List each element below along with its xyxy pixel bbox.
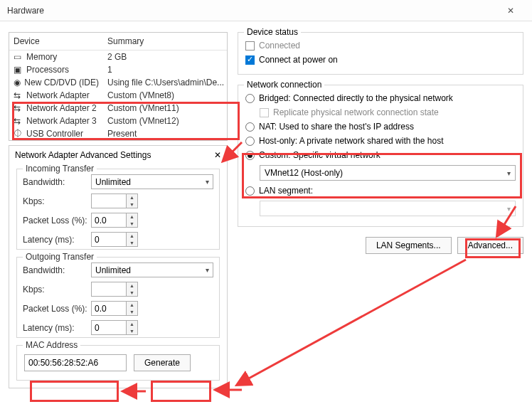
button-label: LAN Segments... — [376, 240, 441, 250]
kbps-stepper[interactable]: ▲▼ — [91, 193, 138, 208]
hostonly-radio[interactable] — [245, 137, 255, 146]
table-row[interactable]: ▣Processors 1 — [9, 63, 227, 76]
connected-label: Connected — [259, 41, 300, 51]
lanseg-label: LAN segment: — [259, 186, 313, 196]
poweron-label: Connect at power on — [259, 55, 338, 65]
mac-title: MAC Address — [23, 340, 80, 350]
custom-network-select[interactable]: VMnet12 (Host-only)▾ — [260, 165, 516, 181]
table-row[interactable]: ◉New CD/DVD (IDE) Using file C:\Users\ad… — [9, 76, 227, 89]
generate-button[interactable]: Generate — [134, 354, 191, 371]
spin-up-icon[interactable]: ▲ — [127, 302, 137, 309]
device-summary: Using file C:\Users\admin\De... — [103, 76, 227, 89]
kbps-label: Kbps: — [23, 196, 91, 206]
device-summary: 1 — [103, 63, 227, 76]
spin-up-icon[interactable]: ▲ — [127, 282, 137, 290]
advanced-button[interactable]: Advanced... — [457, 237, 523, 254]
kbps-input[interactable] — [91, 193, 127, 208]
spin-up-icon[interactable]: ▲ — [127, 321, 137, 328]
mac-address-input[interactable] — [24, 354, 127, 371]
combo-value: Unlimited — [95, 177, 131, 187]
replicate-label: Replicate physical network connection st… — [273, 107, 439, 117]
select-value: VMnet12 (Host-only) — [265, 168, 343, 178]
device-summary: Present — [103, 127, 227, 140]
table-row[interactable]: ⇆Network Adapter 2 Custom (VMnet11) — [9, 102, 227, 115]
network-icon: ⇆ — [14, 103, 23, 113]
chevron-down-icon: ▾ — [206, 178, 209, 186]
device-summary: 2 GB — [103, 51, 227, 63]
table-row[interactable]: ⇆Network Adapter 3 Custom (VMnet12) — [9, 115, 227, 127]
bridged-label: Bridged: Connected directly to the physi… — [259, 93, 453, 103]
replicate-checkbox — [260, 108, 269, 117]
bridged-radio[interactable] — [245, 94, 255, 103]
packetloss-label: Packet Loss (%): — [23, 216, 91, 226]
kbps-stepper[interactable]: ▲▼ — [91, 282, 138, 297]
lanseg-radio[interactable] — [245, 186, 255, 196]
close-icon[interactable]: ✕ — [496, 6, 525, 16]
bandwidth-combo[interactable]: Unlimited▾ — [91, 174, 213, 189]
window-title: Hardware — [7, 6, 496, 16]
advanced-settings-title: Network Adapter Advanced Settings — [15, 150, 214, 160]
incoming-title: Incoming Transfer — [23, 164, 97, 174]
spin-up-icon[interactable]: ▲ — [127, 213, 137, 221]
custom-label: Custom: Specific virtual network — [259, 150, 381, 160]
nat-radio[interactable] — [245, 122, 255, 132]
spin-down-icon[interactable]: ▼ — [127, 240, 137, 247]
left-column: Device Summary ▭Memory 2 GB ▣Processors … — [9, 32, 228, 388]
network-connection-group: Network connection Bridged: Connected di… — [238, 85, 523, 227]
latency-input[interactable] — [91, 232, 127, 247]
latency-input[interactable] — [91, 320, 127, 335]
chevron-down-icon: ▾ — [206, 266, 209, 274]
poweron-checkbox[interactable] — [245, 55, 255, 65]
spin-down-icon[interactable]: ▼ — [127, 201, 137, 208]
latency-label: Latency (ms): — [23, 235, 91, 245]
nat-label: NAT: Used to share the host's IP address — [259, 122, 414, 132]
spin-down-icon[interactable]: ▼ — [127, 328, 137, 335]
custom-radio[interactable] — [245, 151, 255, 160]
mac-group: MAC Address Generate — [16, 345, 220, 381]
device-name: USB Controller — [26, 129, 83, 139]
packetloss-input[interactable] — [91, 301, 127, 316]
spin-down-icon[interactable]: ▼ — [127, 290, 137, 297]
device-name: Network Adapter 2 — [26, 103, 97, 113]
packetloss-stepper[interactable]: ▲▼ — [91, 301, 138, 316]
table-row[interactable]: ▭Memory 2 GB — [9, 51, 227, 63]
button-label: Generate — [144, 358, 180, 368]
lan-segments-button[interactable]: LAN Segments... — [366, 237, 452, 254]
bandwidth-label: Bandwidth: — [23, 177, 91, 187]
hostonly-label: Host-only: A private network shared with… — [259, 136, 443, 146]
device-table-header: Device Summary — [9, 33, 227, 51]
device-name: Network Adapter 3 — [26, 116, 97, 126]
device-name: Network Adapter — [26, 90, 90, 100]
packetloss-input[interactable] — [91, 213, 127, 228]
spin-down-icon[interactable]: ▼ — [127, 221, 137, 228]
device-status-title: Device status — [244, 27, 301, 37]
kbps-input[interactable] — [91, 282, 127, 297]
spin-down-icon[interactable]: ▼ — [127, 309, 137, 316]
connected-checkbox[interactable] — [245, 41, 255, 51]
device-summary: Custom (VMnet8) — [103, 89, 227, 102]
close-icon[interactable]: ✕ — [214, 150, 221, 160]
bandwidth-combo[interactable]: Unlimited▾ — [91, 262, 213, 277]
advanced-settings-panel: Network Adapter Advanced Settings ✕ Inco… — [9, 145, 228, 388]
device-summary: Custom (VMnet12) — [103, 115, 227, 127]
latency-stepper[interactable]: ▲▼ — [91, 320, 138, 335]
header-device: Device — [9, 33, 103, 50]
table-row[interactable]: ⏀USB Controller Present — [9, 127, 227, 140]
latency-stepper[interactable]: ▲▼ — [91, 232, 138, 247]
spin-up-icon[interactable]: ▲ — [127, 233, 137, 240]
table-row[interactable]: ⇆Network Adapter Custom (VMnet8) — [9, 89, 227, 102]
latency-label: Latency (ms): — [23, 323, 91, 333]
device-summary: Custom (VMnet11) — [103, 102, 227, 115]
combo-value: Unlimited — [95, 265, 131, 275]
chevron-down-icon: ▾ — [507, 205, 511, 213]
incoming-group: Incoming Transfer Bandwidth: Unlimited▾ … — [16, 169, 220, 250]
main-area: Device Summary ▭Memory 2 GB ▣Processors … — [0, 21, 532, 388]
packetloss-label: Packet Loss (%): — [23, 304, 91, 314]
device-name: New CD/DVD (IDE) — [24, 78, 99, 87]
right-buttons: LAN Segments... Advanced... — [238, 237, 523, 254]
disc-icon: ◉ — [14, 78, 21, 87]
spin-up-icon[interactable]: ▲ — [127, 194, 137, 201]
packetloss-stepper[interactable]: ▲▼ — [91, 213, 138, 228]
device-table: Device Summary ▭Memory 2 GB ▣Processors … — [9, 32, 228, 141]
bandwidth-label: Bandwidth: — [23, 265, 91, 275]
